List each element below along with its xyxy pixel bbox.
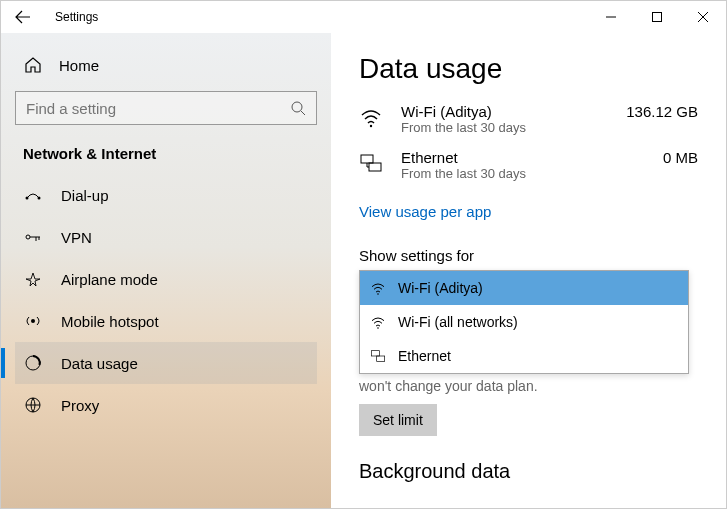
back-button[interactable] [1,1,45,33]
sidebar: Home Network & Internet Dial-up VPN [1,33,331,508]
dropdown-item-ethernet[interactable]: Ethernet [360,339,688,373]
usage-row-wifi: Wi-Fi (Aditya) From the last 30 days 136… [359,103,698,135]
usage-name: Ethernet [401,149,526,166]
svg-point-1 [292,102,302,112]
dropdown-item-label: Wi-Fi (Aditya) [398,280,483,296]
usage-value: 136.12 GB [626,103,698,120]
home-icon [23,55,43,75]
sidebar-item-label: Airplane mode [61,271,158,288]
svg-point-12 [377,327,379,329]
dropdown-item-label: Wi-Fi (all networks) [398,314,518,330]
hotspot-icon [23,311,43,331]
wifi-icon [370,280,386,296]
svg-point-11 [377,293,379,295]
background-data-header: Background data [359,460,698,483]
content-pane: Data usage Wi-Fi (Aditya) From the last … [331,33,726,508]
sidebar-item-dialup[interactable]: Dial-up [15,174,317,216]
titlebar: Settings [1,1,726,33]
sidebar-item-vpn[interactable]: VPN [15,216,317,258]
svg-point-4 [26,235,30,239]
sidebar-item-proxy[interactable]: Proxy [15,384,317,426]
wifi-icon [370,314,386,330]
svg-point-8 [370,125,372,127]
wifi-icon [359,105,389,129]
sidebar-item-label: Dial-up [61,187,109,204]
view-usage-link[interactable]: View usage per app [359,203,491,220]
vpn-icon [23,227,43,247]
sidebar-home-label: Home [59,57,99,74]
usage-row-ethernet: Ethernet From the last 30 days 0 MB [359,149,698,181]
minimize-button[interactable] [588,1,634,33]
svg-rect-9 [361,155,373,163]
sidebar-item-datausage[interactable]: Data usage [15,342,317,384]
datausage-icon [23,353,43,373]
usage-sub: From the last 30 days [401,120,526,135]
dropdown-item-label: Ethernet [398,348,451,364]
minimize-icon [606,12,616,22]
svg-rect-0 [653,13,662,22]
ethernet-icon [359,151,389,175]
search-icon [290,100,306,116]
sidebar-item-label: Data usage [61,355,138,372]
window-title: Settings [55,10,98,24]
ethernet-icon [370,348,386,364]
sidebar-section-header: Network & Internet [15,139,317,174]
search-input[interactable] [26,100,290,117]
dialup-icon [23,185,43,205]
set-limit-button[interactable]: Set limit [359,404,437,436]
network-dropdown[interactable]: Wi-Fi (Aditya) Wi-Fi (all networks) Ethe… [359,270,689,374]
svg-point-3 [38,197,41,200]
settings-window: Settings Home N [0,0,727,509]
sidebar-item-label: VPN [61,229,92,246]
sidebar-item-airplane[interactable]: Airplane mode [15,258,317,300]
dropdown-item-wifi-all[interactable]: Wi-Fi (all networks) [360,305,688,339]
svg-rect-13 [371,351,379,356]
plan-note: won't change your data plan. [359,378,698,394]
close-icon [698,12,708,22]
close-button[interactable] [680,1,726,33]
proxy-icon [23,395,43,415]
arrow-left-icon [15,9,31,25]
svg-point-5 [31,319,35,323]
usage-sub: From the last 30 days [401,166,526,181]
dropdown-item-wifi-aditya[interactable]: Wi-Fi (Aditya) [360,271,688,305]
sidebar-item-label: Mobile hotspot [61,313,159,330]
show-settings-label: Show settings for [359,247,698,264]
sidebar-item-hotspot[interactable]: Mobile hotspot [15,300,317,342]
maximize-button[interactable] [634,1,680,33]
sidebar-home[interactable]: Home [15,45,317,85]
sidebar-item-label: Proxy [61,397,99,414]
airplane-icon [23,269,43,289]
svg-point-2 [26,197,29,200]
usage-value: 0 MB [663,149,698,166]
svg-rect-10 [369,163,381,171]
svg-rect-14 [377,356,385,361]
usage-name: Wi-Fi (Aditya) [401,103,526,120]
window-controls [588,1,726,33]
search-box[interactable] [15,91,317,125]
maximize-icon [652,12,662,22]
page-title: Data usage [359,53,698,85]
